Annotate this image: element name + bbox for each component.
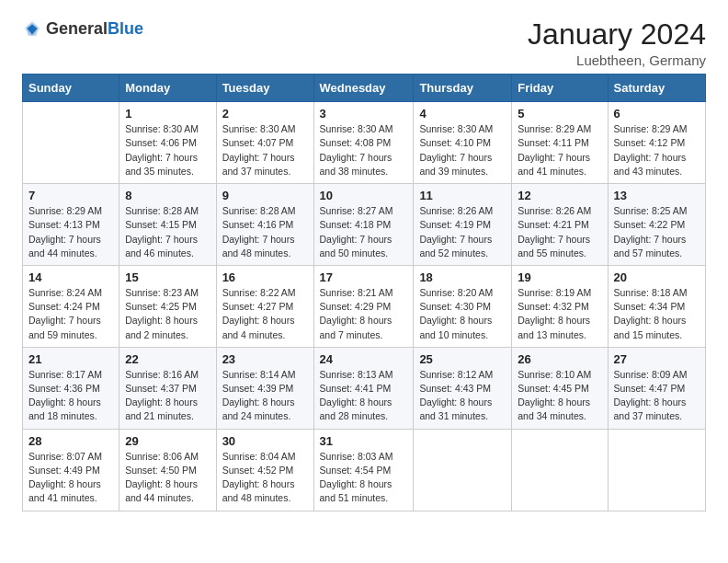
calendar-cell: 17Sunrise: 8:21 AMSunset: 4:29 PMDayligh… (313, 265, 414, 347)
calendar-cell: 26Sunrise: 8:10 AMSunset: 4:45 PMDayligh… (512, 347, 608, 429)
column-header-friday: Friday (512, 75, 608, 102)
day-number: 13 (614, 189, 700, 202)
logo-blue: Blue (108, 19, 143, 38)
page-header: GeneralBlue January 2024 Luebtheen, Germ… (22, 18, 706, 68)
day-info: Sunrise: 8:20 AMSunset: 4:30 PMDaylight:… (419, 286, 506, 342)
calendar-cell: 2Sunrise: 8:30 AMSunset: 4:07 PMDaylight… (216, 102, 313, 184)
logo: GeneralBlue (22, 18, 143, 39)
day-number: 3 (320, 107, 408, 121)
calendar-cell: 21Sunrise: 8:17 AMSunset: 4:36 PMDayligh… (23, 347, 119, 429)
calendar-cell: 20Sunrise: 8:18 AMSunset: 4:34 PMDayligh… (608, 265, 706, 347)
day-info: Sunrise: 8:17 AMSunset: 4:36 PMDaylight:… (28, 368, 113, 424)
day-number: 27 (614, 352, 700, 366)
day-info: Sunrise: 8:03 AMSunset: 4:54 PMDaylight:… (320, 450, 408, 506)
day-info: Sunrise: 8:26 AMSunset: 4:21 PMDaylight:… (518, 204, 601, 260)
week-row-4: 21Sunrise: 8:17 AMSunset: 4:36 PMDayligh… (23, 347, 706, 429)
day-info: Sunrise: 8:14 AMSunset: 4:39 PMDaylight:… (222, 368, 308, 424)
logo-general: General (46, 19, 108, 38)
day-info: Sunrise: 8:16 AMSunset: 4:37 PMDaylight:… (125, 368, 210, 424)
day-number: 30 (222, 434, 308, 448)
day-number: 2 (222, 107, 308, 121)
calendar-cell: 29Sunrise: 8:06 AMSunset: 4:50 PMDayligh… (119, 429, 216, 511)
day-info: Sunrise: 8:29 AMSunset: 4:13 PMDaylight:… (28, 204, 113, 260)
calendar-cell: 18Sunrise: 8:20 AMSunset: 4:30 PMDayligh… (414, 265, 512, 347)
calendar-cell: 23Sunrise: 8:14 AMSunset: 4:39 PMDayligh… (216, 347, 313, 429)
day-info: Sunrise: 8:30 AMSunset: 4:08 PMDaylight:… (320, 122, 408, 178)
calendar-cell: 5Sunrise: 8:29 AMSunset: 4:11 PMDaylight… (512, 102, 608, 184)
column-header-thursday: Thursday (414, 75, 512, 102)
calendar-table: SundayMondayTuesdayWednesdayThursdayFrid… (22, 74, 706, 511)
calendar-title: January 2024 (528, 18, 706, 51)
day-info: Sunrise: 8:30 AMSunset: 4:06 PMDaylight:… (125, 122, 210, 178)
day-number: 7 (28, 189, 113, 202)
day-number: 25 (419, 352, 506, 366)
day-number: 10 (320, 189, 408, 202)
day-info: Sunrise: 8:09 AMSunset: 4:47 PMDaylight:… (614, 368, 700, 424)
calendar-cell: 28Sunrise: 8:07 AMSunset: 4:49 PMDayligh… (23, 429, 119, 511)
column-header-tuesday: Tuesday (216, 75, 313, 102)
day-number: 14 (28, 270, 113, 284)
day-number: 1 (125, 107, 210, 121)
day-number: 22 (125, 352, 210, 366)
day-number: 4 (419, 107, 506, 121)
day-number: 17 (320, 270, 408, 284)
day-number: 28 (28, 434, 113, 448)
day-info: Sunrise: 8:04 AMSunset: 4:52 PMDaylight:… (222, 450, 308, 506)
day-info: Sunrise: 8:07 AMSunset: 4:49 PMDaylight:… (28, 450, 113, 506)
day-info: Sunrise: 8:29 AMSunset: 4:12 PMDaylight:… (614, 122, 700, 178)
day-number: 11 (419, 189, 506, 202)
day-number: 12 (518, 189, 601, 202)
day-info: Sunrise: 8:29 AMSunset: 4:11 PMDaylight:… (518, 122, 601, 178)
calendar-cell: 7Sunrise: 8:29 AMSunset: 4:13 PMDaylight… (23, 184, 119, 266)
day-number: 23 (222, 352, 308, 366)
day-number: 15 (125, 270, 210, 284)
day-number: 6 (614, 107, 700, 121)
day-number: 5 (518, 107, 601, 121)
day-info: Sunrise: 8:25 AMSunset: 4:22 PMDaylight:… (614, 204, 700, 260)
day-number: 26 (518, 352, 601, 366)
day-info: Sunrise: 8:12 AMSunset: 4:43 PMDaylight:… (419, 368, 506, 424)
calendar-cell (512, 429, 608, 511)
column-header-saturday: Saturday (608, 75, 706, 102)
logo-icon (22, 18, 42, 39)
calendar-cell: 30Sunrise: 8:04 AMSunset: 4:52 PMDayligh… (216, 429, 313, 511)
day-info: Sunrise: 8:30 AMSunset: 4:10 PMDaylight:… (419, 122, 506, 178)
day-info: Sunrise: 8:24 AMSunset: 4:24 PMDaylight:… (28, 286, 113, 342)
calendar-cell: 11Sunrise: 8:26 AMSunset: 4:19 PMDayligh… (414, 184, 512, 266)
calendar-cell (414, 429, 512, 511)
day-info: Sunrise: 8:28 AMSunset: 4:16 PMDaylight:… (222, 204, 308, 260)
day-number: 29 (125, 434, 210, 448)
column-header-sunday: Sunday (23, 75, 119, 102)
week-row-5: 28Sunrise: 8:07 AMSunset: 4:49 PMDayligh… (23, 429, 706, 511)
title-block: January 2024 Luebtheen, Germany (528, 18, 706, 68)
calendar-cell: 13Sunrise: 8:25 AMSunset: 4:22 PMDayligh… (608, 184, 706, 266)
calendar-cell: 19Sunrise: 8:19 AMSunset: 4:32 PMDayligh… (512, 265, 608, 347)
calendar-subtitle: Luebtheen, Germany (528, 52, 706, 68)
calendar-cell: 10Sunrise: 8:27 AMSunset: 4:18 PMDayligh… (313, 184, 414, 266)
day-number: 20 (614, 270, 700, 284)
day-number: 21 (28, 352, 113, 366)
day-number: 9 (222, 189, 308, 202)
week-row-3: 14Sunrise: 8:24 AMSunset: 4:24 PMDayligh… (23, 265, 706, 347)
column-header-monday: Monday (119, 75, 216, 102)
calendar-cell: 9Sunrise: 8:28 AMSunset: 4:16 PMDaylight… (216, 184, 313, 266)
calendar-cell: 22Sunrise: 8:16 AMSunset: 4:37 PMDayligh… (119, 347, 216, 429)
day-info: Sunrise: 8:10 AMSunset: 4:45 PMDaylight:… (518, 368, 601, 424)
calendar-cell: 12Sunrise: 8:26 AMSunset: 4:21 PMDayligh… (512, 184, 608, 266)
column-header-wednesday: Wednesday (313, 75, 414, 102)
calendar-cell (23, 102, 119, 184)
calendar-cell: 3Sunrise: 8:30 AMSunset: 4:08 PMDaylight… (313, 102, 414, 184)
calendar-cell: 16Sunrise: 8:22 AMSunset: 4:27 PMDayligh… (216, 265, 313, 347)
calendar-cell: 4Sunrise: 8:30 AMSunset: 4:10 PMDaylight… (414, 102, 512, 184)
day-info: Sunrise: 8:26 AMSunset: 4:19 PMDaylight:… (419, 204, 506, 260)
day-number: 16 (222, 270, 308, 284)
calendar-cell (608, 429, 706, 511)
day-info: Sunrise: 8:18 AMSunset: 4:34 PMDaylight:… (614, 286, 700, 342)
day-info: Sunrise: 8:06 AMSunset: 4:50 PMDaylight:… (125, 450, 210, 506)
day-info: Sunrise: 8:22 AMSunset: 4:27 PMDaylight:… (222, 286, 308, 342)
calendar-header-row: SundayMondayTuesdayWednesdayThursdayFrid… (23, 75, 706, 102)
calendar-cell: 25Sunrise: 8:12 AMSunset: 4:43 PMDayligh… (414, 347, 512, 429)
calendar-cell: 1Sunrise: 8:30 AMSunset: 4:06 PMDaylight… (119, 102, 216, 184)
logo-text: GeneralBlue (46, 20, 143, 38)
day-info: Sunrise: 8:19 AMSunset: 4:32 PMDaylight:… (518, 286, 601, 342)
